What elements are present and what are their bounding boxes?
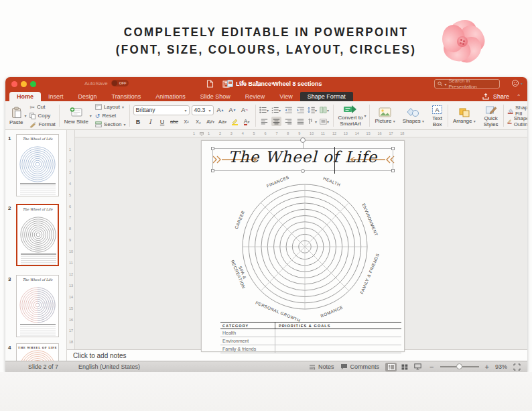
strikethrough-button[interactable]: abc [170,117,180,127]
convert-to-smartart-button[interactable]: Convert to SmartArt [337,104,364,127]
numbering-button[interactable]: ▾ [271,105,281,115]
search-box[interactable]: ▾ Search in Presentation [434,79,500,89]
new-slide-caret[interactable]: ▾ [90,113,92,118]
collapse-ribbon-icon[interactable]: ⌃ [517,94,521,99]
zoom-slider-knob[interactable] [456,363,462,369]
wheel-of-life-diagram[interactable]: FINANCESHEALTHENVIRONMENTFAMILY & FRIEND… [226,169,384,325]
new-slide-button[interactable]: New Slide [63,107,90,125]
tab-animations[interactable]: Animations [148,92,193,101]
picture-button[interactable]: Picture ▾ [373,107,396,125]
table-row[interactable]: Family & friends [220,345,401,353]
reset-button[interactable]: ↺ Reset [95,112,126,120]
format-painter-button[interactable]: Format [29,121,55,129]
text-direction-button[interactable]: ▾ [308,117,318,126]
minimize-window-button[interactable] [21,81,27,87]
resize-handle-se[interactable] [391,169,395,172]
increase-indent-button[interactable] [295,105,306,115]
superscript-button[interactable]: X² [182,117,192,127]
tab-home[interactable]: Home [9,92,41,101]
justify-button[interactable] [295,117,306,126]
wheel-label-family-friends[interactable]: FAMILY & FRIENDS [359,253,380,295]
italic-button[interactable]: I [145,117,155,127]
share-button[interactable]: Share [493,93,509,100]
character-spacing-button[interactable]: AV▾ [206,117,216,127]
wheel-label-health[interactable]: HEALTH [322,176,341,187]
zoom-in-button[interactable]: + [485,363,489,371]
cut-button[interactable]: ✂ Cut [29,103,55,111]
feedback-control[interactable]: ▾ [511,79,523,87]
table-row[interactable]: Health [220,329,401,337]
decrease-font-size-button[interactable]: A▼ [228,105,238,115]
indent-marker[interactable] [200,132,204,136]
increase-font-size-button[interactable]: A▲ [216,105,226,115]
bullets-button[interactable]: ▾ [259,105,269,115]
priorities-table[interactable]: CATEGORY PRIORITIES & GOALS HealthEnviro… [220,322,401,353]
normal-view-button[interactable] [385,363,397,371]
bold-button[interactable]: B [133,117,143,127]
subscript-button[interactable]: X₂ [194,117,204,127]
autosave-toggle[interactable]: OFF [111,80,129,86]
clear-formatting-button[interactable]: A⌁ [240,105,250,115]
slide-title-placeholder[interactable]: The Wheel of Life [211,145,395,172]
notes-toggle-button[interactable]: Notes [309,363,334,370]
line-spacing-button[interactable]: ▾ [308,105,318,115]
wheel-label-spa-recreation[interactable]: SPA &RECREATION [230,257,251,290]
slide-sorter-view-button[interactable] [399,363,410,371]
tab-design[interactable]: Design [71,92,105,101]
rotation-handle[interactable] [300,137,306,143]
font-color-button[interactable]: A▾ [242,117,252,127]
columns-button[interactable]: ▾ [320,105,330,115]
arrange-button[interactable]: Arrange ▾ [452,107,477,125]
fit-to-window-icon[interactable] [513,363,521,371]
align-center-button[interactable] [271,117,281,126]
smartart-caret[interactable]: ▾ [364,113,366,118]
shapes-button[interactable]: Shapes ▾ [401,107,425,125]
align-left-button[interactable] [259,117,269,126]
font-name-combo[interactable]: Brittany▾ [133,105,190,115]
layout-button[interactable]: Layout▾ [95,103,126,111]
tab-review[interactable]: Review [238,92,273,101]
new-file-icon[interactable] [206,80,214,88]
highlight-color-button[interactable] [230,117,240,127]
decrease-indent-button[interactable] [283,105,293,115]
slide-title-text[interactable]: The Wheel of Life [211,148,395,166]
comments-toggle-button[interactable]: Comments [340,363,380,370]
shape-outline-button[interactable]: Shape Outline▾ [507,117,527,125]
paste-button[interactable]: Paste [8,106,24,126]
wheel-label-career[interactable]: CAREER [234,210,246,230]
slide-thumbnail-3[interactable]: 3 The Wheel of Life [16,275,60,337]
wheel-label-finances[interactable]: FINANCES [266,174,290,188]
tab-insert[interactable]: Insert [41,92,71,101]
resize-handle-sw[interactable] [211,169,214,172]
tab-transitions[interactable]: Transitions [105,92,149,101]
change-case-button[interactable]: Aa▾ [218,117,228,127]
zoom-out-button[interactable]: − [429,363,434,371]
slide-thumbnail-4[interactable]: 4 THE WHEEL OF LIFE [16,343,60,361]
zoom-window-button[interactable] [30,81,36,87]
slideshow-view-button[interactable] [412,363,423,371]
font-size-combo[interactable]: 40.3▾ [192,105,214,115]
underline-button[interactable]: U [157,117,168,127]
shape-fill-button[interactable]: Shape Fill▾ [507,107,527,115]
tab-shape-format[interactable]: Shape Format [300,92,353,101]
wheel-label-romance[interactable]: ROMANCE [320,304,344,318]
quick-styles-button[interactable]: Quick Styles [482,104,500,128]
autosave-control[interactable]: AutoSave OFF [84,80,129,86]
align-right-button[interactable] [283,117,293,126]
copy-button[interactable]: Copy [29,112,55,120]
wheel-label-personal-growth[interactable]: PERSONAL GROWTH [255,300,301,323]
close-window-button[interactable] [11,81,17,87]
paste-caret[interactable]: ▾ [24,113,26,118]
section-button[interactable]: Section▾ [95,121,126,129]
text-box-button[interactable]: A Text Box [430,104,444,128]
language-indicator[interactable]: English (United States) [78,363,140,370]
slide-thumbnail-1[interactable]: 1 The Wheel of Life [16,134,60,196]
wheel-label-environment[interactable]: ENVIRONMENT [361,202,379,237]
align-text-button[interactable]: ▾ [320,117,330,126]
zoom-slider[interactable] [440,366,479,367]
slide-page[interactable]: The Wheel of Life FINANCESHEALTHENVIRONM… [201,140,405,352]
table-row[interactable]: Environment [220,337,401,345]
tab-slide-show[interactable]: Slide Show [193,92,238,101]
tab-view[interactable]: View [272,92,300,101]
slide-thumbnail-2-selected[interactable]: 2 The Wheel of Life [16,204,60,266]
